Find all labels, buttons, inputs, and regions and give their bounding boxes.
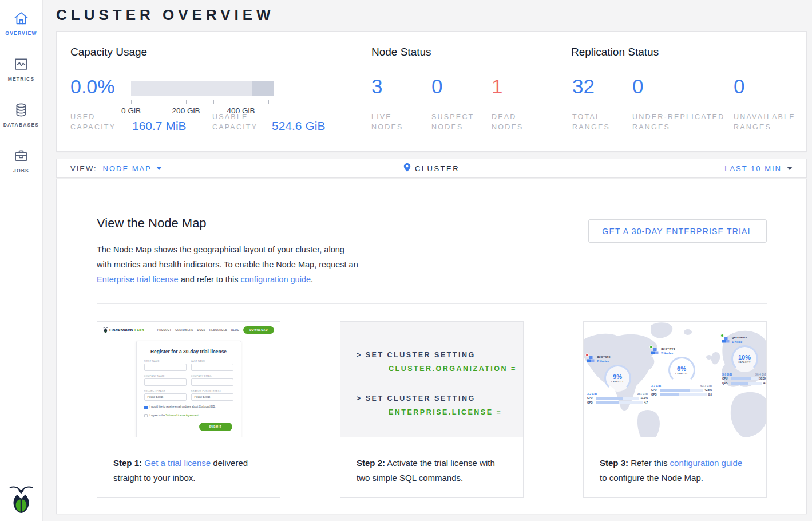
capacity-usage-title: Capacity Usage <box>70 46 147 58</box>
node-count-label: 2 Nodes <box>661 352 675 355</box>
step2-caption: Step 2: Activate the trial license with … <box>340 437 523 486</box>
steps-row: CockroachLABS PRODUCT CUSTOMERS DOCS RES… <box>97 321 767 498</box>
live-nodes-stat: 3 LIVENODES <box>371 75 403 132</box>
time-range-dropdown[interactable]: LAST 10 MIN <box>724 164 793 173</box>
node-status-title: Node Status <box>371 46 431 58</box>
unavailable-ranges-stat: 0 UNAVAILABLERANGES <box>734 75 795 132</box>
sidebar-item-jobs[interactable]: JOBS <box>0 137 42 183</box>
sql-line-1: > SET CLUSTER SETTING <box>357 348 523 362</box>
sidebar-item-overview[interactable]: OVERVIEW <box>0 0 42 46</box>
step2-card: > SET CLUSTER SETTING CLUSTER.ORGANIZATI… <box>340 321 524 498</box>
get-trial-license-link[interactable]: Get a trial license <box>144 458 211 468</box>
sidebar-item-label: JOBS <box>13 168 29 173</box>
view-bar: VIEW: NODE MAP CLUSTER LAST 10 MIN <box>56 159 807 178</box>
usable-capacity-label: USABLECAPACITY <box>212 112 258 132</box>
mini-email-updates-checkbox <box>144 406 148 409</box>
used-capacity-value: 160.7 MiB <box>132 119 187 133</box>
node-cubes-icon <box>651 347 659 354</box>
total-ranges-stat: 32 TOTALRANGES <box>572 75 610 132</box>
sidebar: OVERVIEW METRICS DATABASES <box>0 0 43 521</box>
sidebar-item-label: METRICS <box>8 76 35 82</box>
step3-caption: Step 3: Refer this configuration guide t… <box>584 437 766 486</box>
node-map-panel: View the Node Map The Node Map shows the… <box>56 179 807 514</box>
map-cluster-ams: geo=ams 1 Node 10% CAPACITY 3.6 GiB 36.4… <box>722 336 766 385</box>
divider <box>97 303 767 304</box>
dead-nodes-stat: 1 DEADNODES <box>492 75 523 132</box>
location-pin-icon <box>403 163 411 174</box>
page-title: CLUSTER OVERVIEW <box>56 6 275 24</box>
metrics-icon <box>13 56 29 72</box>
capacity-bar-segment <box>252 81 274 96</box>
cluster-breadcrumb: CLUSTER <box>415 164 460 173</box>
live-status-dot <box>649 345 653 349</box>
view-selector-dropdown[interactable]: NODE MAP <box>103 164 162 173</box>
dead-status-dot <box>585 353 589 357</box>
chevron-down-icon <box>156 167 162 170</box>
mini-trial-form: Register for a 30-day trial license FIRS… <box>136 341 241 437</box>
capacity-bar <box>131 81 274 96</box>
qps-sparkline <box>596 401 643 404</box>
sql-commands-snippet: > SET CLUSTER SETTING CLUSTER.ORGANIZATI… <box>340 322 523 437</box>
node-cubes-icon <box>587 355 595 362</box>
capacity-gauge: 10% CAPACITY <box>731 345 758 372</box>
capacity-gauge: 9% CAPACITY <box>604 365 631 392</box>
map-cluster-nyc: geo=nyc 2 Nodes 6% CAPACITY 3.7 GiB 63.7… <box>651 347 712 396</box>
mini-reason-select: Please Select <box>191 393 233 401</box>
mini-project-phase-select: Please Select <box>144 393 187 401</box>
live-status-dot <box>720 334 724 337</box>
capacity-gauge: 6% CAPACITY <box>668 357 695 384</box>
suspect-nodes-stat: 0 SUSPECTNODES <box>431 75 474 132</box>
enterprise-trial-button[interactable]: GET A 30-DAY ENTERPRISE TRIAL <box>588 219 767 243</box>
step3-card: geo=sfo 2 Nodes 9% CAPACITY 3.2 GiB 351 … <box>583 321 767 498</box>
cpu-sparkline <box>596 397 639 400</box>
node-count-label: 2 Nodes <box>597 360 611 363</box>
node-cubes-icon <box>722 336 730 342</box>
mini-company-email-input <box>191 378 233 386</box>
sidebar-item-metrics[interactable]: METRICS <box>0 46 42 92</box>
home-icon <box>13 10 29 26</box>
mini-license-agreement-checkbox <box>144 414 148 417</box>
sql-line-2: CLUSTER.ORGANIZATION = <box>357 362 523 376</box>
mini-site-nav: PRODUCT CUSTOMERS DOCS RESOURCES BLOG DO… <box>157 326 274 334</box>
database-icon <box>13 102 29 118</box>
chevron-down-icon <box>787 167 793 170</box>
qps-sparkline <box>660 393 707 396</box>
cluster-summary-card: Capacity Usage 0.0% 0 GiB 200 GiB 400 Gi… <box>56 31 807 152</box>
cpu-sparkline <box>731 377 758 380</box>
node-count-label: 1 Node <box>732 340 747 344</box>
qps-sparkline <box>731 382 762 385</box>
main-content: CLUSTER OVERVIEW Capacity Usage 0.0% 0 G… <box>43 0 812 521</box>
sidebar-item-databases[interactable]: DATABASES <box>0 92 42 137</box>
capacity-used-percent: 0.0% <box>70 76 115 98</box>
enterprise-trial-license-link[interactable]: Enterprise trial license <box>97 275 179 284</box>
configuration-guide-link[interactable]: configuration guide <box>670 458 743 468</box>
configuration-guide-link[interactable]: configuration guide <box>240 275 311 284</box>
sql-line-3: > SET CLUSTER SETTING <box>357 392 523 405</box>
node-map-heading: View the Node Map <box>97 216 207 231</box>
replication-status-title: Replication Status <box>571 46 659 58</box>
step1-card: CockroachLABS PRODUCT CUSTOMERS DOCS RES… <box>97 321 280 498</box>
locality-label: geo=nyc <box>661 347 675 350</box>
mini-site-header: CockroachLABS PRODUCT CUSTOMERS DOCS RES… <box>97 322 280 336</box>
cockroach-labs-logo <box>0 483 42 514</box>
mini-first-name-input <box>144 364 187 371</box>
mini-company-name-input <box>144 378 187 386</box>
used-capacity-label: USEDCAPACITY <box>70 112 116 132</box>
locality-label: geo=sfo <box>597 355 611 358</box>
under-replicated-ranges-stat: 0 UNDER-REPLICATEDRANGES <box>632 75 724 132</box>
sql-line-4: ENTERPRISE.LICENSE = <box>357 405 523 419</box>
node-map-preview-image: geo=sfo 2 Nodes 9% CAPACITY 3.2 GiB 351 … <box>584 322 766 437</box>
node-map-description: The Node Map shows the geographical layo… <box>97 242 361 287</box>
capacity-bar-ticks <box>131 100 274 104</box>
view-label: VIEW: <box>70 164 97 173</box>
cpu-sparkline <box>660 389 703 392</box>
mini-cockroach-logo: CockroachLABS <box>103 327 144 333</box>
trial-signup-screenshot: CockroachLABS PRODUCT CUSTOMERS DOCS RES… <box>97 322 280 437</box>
mini-submit-button: SUBMIT <box>199 423 232 431</box>
step1-caption: Step 1: Get a trial license delivered st… <box>97 437 280 486</box>
mini-form-title: Register for a 30-day trial license <box>144 349 233 354</box>
map-cluster-sfo: geo=sfo 2 Nodes 9% CAPACITY 3.2 GiB 351 … <box>587 355 648 404</box>
briefcase-icon <box>13 148 29 164</box>
sidebar-item-label: OVERVIEW <box>5 30 37 36</box>
mini-last-name-input <box>191 364 233 371</box>
